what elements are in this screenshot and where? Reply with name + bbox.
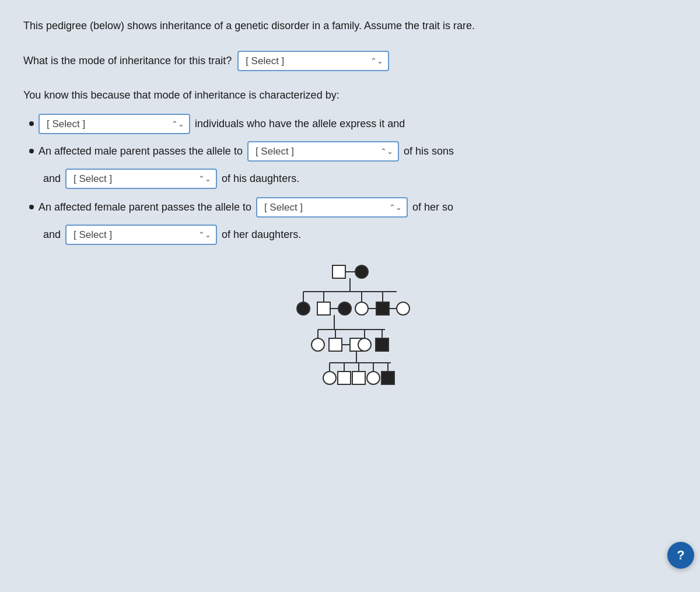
- svg-point-21: [312, 338, 324, 351]
- mode-of-inheritance-select[interactable]: [ Select ] Autosomal Dominant Autosomal …: [237, 51, 389, 71]
- bullet2-sub-select-wrapper: [ Select ] all none half some ⌃⌄: [65, 169, 217, 189]
- svg-point-33: [323, 372, 336, 384]
- svg-point-17: [397, 302, 410, 315]
- question1-label: What is the mode of inheritance for this…: [23, 55, 232, 67]
- bullet2-sub-select[interactable]: [ Select ] all none half some: [65, 169, 217, 189]
- svg-rect-8: [317, 302, 330, 315]
- bullet2-sub-prefix: and: [43, 173, 61, 185]
- svg-rect-35: [338, 372, 351, 384]
- bullet2-sub-row: and [ Select ] all none half some ⌃⌄ of …: [43, 169, 677, 189]
- svg-rect-15: [376, 302, 389, 315]
- section2-label: You know this because that mode of inher…: [23, 87, 677, 103]
- svg-point-6: [297, 302, 310, 315]
- bullet1-suffix: individuals who have the allele express …: [195, 118, 405, 130]
- bullet3-prefix: An affected female parent passes the all…: [38, 201, 251, 213]
- bullet1-select-wrapper: [ Select ] all some none half ⌃⌄: [38, 114, 190, 134]
- bullet2-prefix: An affected male parent passes the allel…: [38, 145, 243, 157]
- intro-text: This pedigree (below) shows inheritance …: [23, 17, 677, 34]
- bullet3-dot: [29, 205, 34, 209]
- bullet1-row: [ Select ] all some none half ⌃⌄ individ…: [29, 114, 677, 134]
- svg-rect-41: [382, 372, 394, 384]
- bullet-section: [ Select ] all some none half ⌃⌄ individ…: [29, 114, 677, 245]
- bullet1-dot: [29, 121, 34, 126]
- bullet2-select[interactable]: [ Select ] all none half some: [247, 141, 399, 162]
- bullet3-sub-prefix: and: [43, 229, 61, 241]
- bullet3-select-wrapper: [ Select ] all none half some ⌃⌄: [256, 197, 408, 218]
- svg-point-27: [358, 338, 371, 351]
- bullet3-sub-row: and [ Select ] all none half some ⌃⌄ of …: [43, 225, 677, 245]
- svg-rect-23: [329, 338, 342, 351]
- question1-row: What is the mode of inheritance for this…: [23, 51, 677, 71]
- bullet2-suffix: of his sons: [404, 145, 454, 157]
- bullet2-dot: [29, 149, 34, 153]
- svg-point-2: [355, 265, 368, 278]
- svg-point-12: [355, 302, 368, 315]
- bullet2-select-wrapper: [ Select ] all none half some ⌃⌄: [247, 141, 399, 162]
- bullet3-suffix: of her so: [412, 201, 453, 213]
- pedigree-section: [23, 262, 677, 402]
- svg-point-10: [338, 302, 351, 315]
- svg-rect-37: [352, 372, 365, 384]
- bullet2-sub-suffix: of his daughters.: [222, 173, 299, 185]
- svg-rect-29: [376, 338, 388, 351]
- mode-of-inheritance-wrapper: [ Select ] Autosomal Dominant Autosomal …: [237, 51, 389, 71]
- svg-point-39: [367, 372, 380, 384]
- bullet3-sub-select-wrapper: [ Select ] all none half some ⌃⌄: [65, 225, 217, 245]
- svg-rect-0: [332, 265, 345, 278]
- pedigree-diagram: [274, 262, 426, 402]
- bullet3-row: An affected female parent passes the all…: [29, 197, 677, 218]
- bullet2-row: An affected male parent passes the allel…: [29, 141, 677, 162]
- help-button[interactable]: ?: [667, 542, 694, 569]
- bullet1-select[interactable]: [ Select ] all some none half: [38, 114, 190, 134]
- bullet3-sub-select[interactable]: [ Select ] all none half some: [65, 225, 217, 245]
- bullet3-select[interactable]: [ Select ] all none half some: [256, 197, 408, 218]
- bullet3-sub-suffix: of her daughters.: [222, 229, 301, 241]
